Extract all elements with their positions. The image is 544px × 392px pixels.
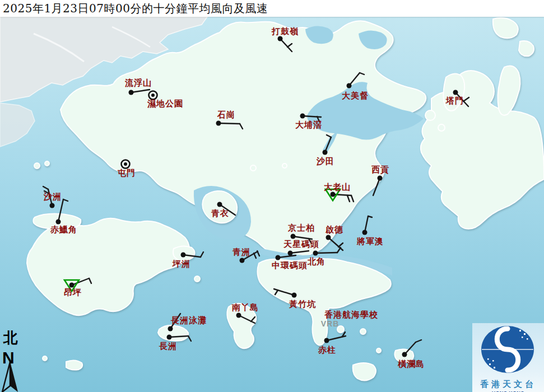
station-dot bbox=[326, 235, 331, 240]
station-dot bbox=[453, 90, 458, 95]
station-dot bbox=[240, 258, 245, 263]
station-dot bbox=[378, 176, 383, 181]
station-dot bbox=[402, 352, 407, 357]
wind-barb bbox=[315, 253, 337, 253]
station-dot bbox=[291, 234, 296, 239]
station-dot bbox=[217, 202, 222, 207]
wind-map-screen: 打鼓嶺流浮山濕地公園石崗大美督塔門大埔滘沙田屯門西貢大老山沙洲青衣赤鱲角京士柏啟… bbox=[0, 0, 544, 392]
north-hanzi: 北 bbox=[3, 328, 25, 348]
station-dot bbox=[276, 255, 281, 260]
station-dot bbox=[129, 90, 134, 95]
station-dot bbox=[181, 253, 186, 258]
hko-logo-icon bbox=[472, 323, 544, 376]
station-dot bbox=[347, 83, 352, 88]
map-title: 2025年1月23日07時00分的十分鐘平均風向及風速 bbox=[0, 1, 268, 16]
station-dot bbox=[324, 338, 329, 343]
station-dot bbox=[292, 293, 297, 298]
station-dot bbox=[56, 220, 61, 225]
station-dot bbox=[323, 150, 328, 155]
station-dot bbox=[168, 326, 173, 332]
hko-logo-chinese: 香港天文台 bbox=[472, 379, 544, 390]
station-dot bbox=[313, 251, 318, 256]
hko-logo: 香港天文台 HONG KONG OBSERVATORY bbox=[472, 323, 544, 392]
station-dot bbox=[50, 203, 55, 208]
station-dot bbox=[278, 36, 283, 41]
north-indicator: 北 N bbox=[2, 328, 25, 367]
north-letter: N bbox=[2, 348, 25, 367]
station-dot bbox=[216, 121, 221, 126]
hong-kong-map bbox=[0, 0, 544, 392]
station-dot bbox=[331, 192, 336, 197]
wind-barb bbox=[218, 123, 240, 124]
station-dot bbox=[167, 335, 172, 340]
station-dot bbox=[362, 230, 368, 235]
station-dot bbox=[288, 251, 293, 256]
station-dot bbox=[69, 283, 75, 288]
title-bar: 2025年1月23日07時00分的十分鐘平均風向及風速 bbox=[0, 0, 544, 17]
station-dot bbox=[300, 114, 305, 119]
calm-dot bbox=[124, 162, 127, 166]
calm-dot bbox=[151, 94, 155, 97]
station-dot bbox=[236, 313, 241, 318]
